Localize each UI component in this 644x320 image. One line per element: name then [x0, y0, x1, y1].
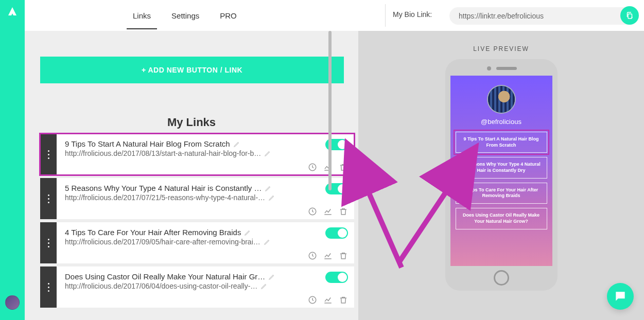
clock-icon[interactable]	[308, 251, 317, 260]
svg-rect-0	[628, 14, 632, 19]
add-new-link-button[interactable]: + ADD NEW BUTTON / LINK	[40, 57, 344, 83]
trash-icon[interactable]	[339, 163, 348, 172]
phone-camera-icon	[487, 66, 491, 70]
drag-handle[interactable]	[40, 178, 57, 219]
chat-button[interactable]	[607, 283, 634, 310]
enable-toggle[interactable]	[325, 272, 348, 283]
link-title[interactable]: 4 Tips To Care For Your Hair After Remov…	[65, 228, 241, 237]
preview-link-button[interactable]: Does Using Castor Oil Really Make Your N…	[456, 208, 547, 229]
drag-handle[interactable]	[40, 222, 57, 263]
phone-speaker-icon	[496, 67, 517, 70]
clock-icon[interactable]	[308, 207, 317, 216]
pencil-icon[interactable]	[244, 229, 251, 236]
editor-panel: + ADD NEW BUTTON / LINK My Links 9 Tips …	[25, 31, 358, 320]
link-card: 4 Tips To Care For Your Hair After Remov…	[40, 222, 354, 263]
profile-handle: @befrolicious	[450, 118, 552, 126]
stats-icon[interactable]	[323, 207, 333, 216]
link-url[interactable]: http://frolicious.de/2017/08/13/start-a-…	[65, 149, 261, 157]
stats-icon[interactable]	[323, 295, 333, 305]
trash-icon[interactable]	[339, 295, 348, 305]
profile-avatar	[487, 85, 516, 114]
trash-icon[interactable]	[339, 251, 348, 260]
pencil-icon[interactable]	[260, 282, 268, 290]
preview-link-button[interactable]: 5 Reasons Why Your Type 4 Natural Hair i…	[456, 157, 547, 178]
section-title: My Links	[25, 116, 358, 129]
app-sidebar	[0, 0, 25, 320]
top-bar: Links Settings PRO My Bio Link:	[25, 0, 644, 31]
link-title[interactable]: 9 Tips To Start A Natural Hair Blog From…	[65, 139, 230, 148]
clock-icon[interactable]	[308, 295, 317, 305]
tab-settings[interactable]: Settings	[171, 2, 199, 29]
link-title[interactable]: 5 Reasons Why Your Type 4 Natural Hair i…	[65, 184, 262, 192]
trash-icon[interactable]	[339, 207, 348, 216]
tab-pro[interactable]: PRO	[220, 2, 237, 29]
link-url[interactable]: http://frolicious.de/2017/06/04/does-usi…	[65, 282, 257, 290]
link-url[interactable]: http://frolicious.de/2017/09/05/hair-car…	[65, 238, 260, 246]
preview-link-button[interactable]: 9 Tips To Start A Natural Hair Blog From…	[456, 132, 547, 153]
copy-icon	[625, 11, 634, 20]
nav-tabs: Links Settings PRO	[133, 2, 237, 29]
drag-handle[interactable]	[40, 134, 57, 175]
clock-icon[interactable]	[308, 163, 317, 172]
link-url[interactable]: http://frolicious.de/2017/07/21/5-reason…	[65, 193, 265, 202]
link-card: 9 Tips To Start A Natural Hair Blog From…	[40, 134, 354, 175]
drag-handle[interactable]	[40, 266, 57, 308]
pencil-icon[interactable]	[264, 238, 271, 245]
links-list: 9 Tips To Start A Natural Hair Blog From…	[40, 134, 354, 311]
preview-label: LIVE PREVIEW	[358, 45, 644, 52]
stats-icon[interactable]	[323, 251, 333, 260]
divider	[385, 4, 386, 27]
pencil-icon[interactable]	[268, 273, 275, 280]
phone-frame: @befrolicious 9 Tips To Start A Natural …	[445, 59, 558, 291]
scrollbar[interactable]	[328, 31, 332, 190]
phone-home-icon	[494, 270, 509, 286]
tab-links[interactable]: Links	[133, 2, 151, 29]
pencil-icon[interactable]	[233, 140, 240, 148]
preview-panel: LIVE PREVIEW @befrolicious 9 Tips To Sta…	[358, 31, 644, 320]
link-card: Does Using Castor Oil Really Make Your N…	[40, 266, 354, 308]
biolink-label: My Bio Link:	[393, 10, 432, 19]
biolink-input[interactable]	[449, 7, 637, 25]
copy-link-button[interactable]	[620, 6, 639, 25]
phone-screen: @befrolicious 9 Tips To Start A Natural …	[450, 76, 552, 266]
user-avatar[interactable]	[5, 295, 20, 310]
pencil-icon[interactable]	[265, 185, 272, 192]
preview-link-button[interactable]: 4 Tips To Care For Your Hair After Remov…	[456, 183, 547, 204]
pencil-icon[interactable]	[264, 150, 271, 157]
enable-toggle[interactable]	[325, 227, 348, 239]
app-logo-icon	[6, 6, 19, 19]
pencil-icon[interactable]	[268, 194, 275, 201]
chat-icon	[614, 290, 627, 303]
link-title[interactable]: Does Using Castor Oil Really Make Your N…	[65, 272, 265, 281]
link-card: 5 Reasons Why Your Type 4 Natural Hair i…	[40, 178, 354, 219]
